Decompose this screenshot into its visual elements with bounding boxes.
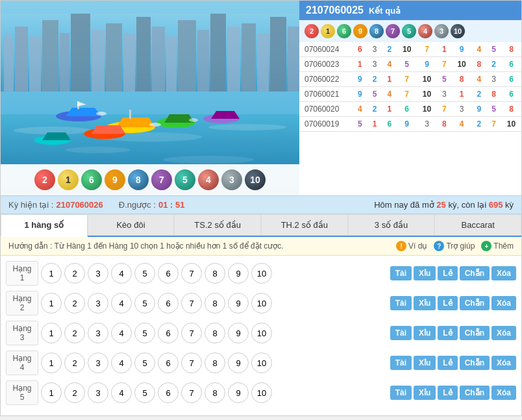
num-btn-4-3[interactable]: 3 <box>88 352 108 373</box>
num-btn-1-10[interactable]: 10 <box>251 263 272 284</box>
tab-1-hang-so[interactable]: 1 hàng số <box>1 214 88 237</box>
num-btn-3-5[interactable]: 5 <box>134 323 155 343</box>
num-btn-3-6[interactable]: 6 <box>158 323 179 343</box>
num-btn-2-10[interactable]: 10 <box>251 293 272 314</box>
tro-giup-link[interactable]: ? Trợ giúp <box>434 241 475 251</box>
num-btn-5-8[interactable]: 8 <box>205 382 225 403</box>
num-btn-1-9[interactable]: 9 <box>228 263 249 284</box>
btn-xiu-1[interactable]: Xỉu <box>414 266 436 280</box>
num-btn-2-9[interactable]: 9 <box>228 293 249 314</box>
tab-3-so-dau[interactable]: 3 số đầu <box>348 214 435 236</box>
num-btn-3-10[interactable]: 10 <box>251 323 272 343</box>
num-btn-1-3[interactable]: 3 <box>88 263 108 284</box>
svg-rect-12 <box>136 17 151 92</box>
num-btn-4-8[interactable]: 8 <box>205 352 225 373</box>
num-btn-4-5[interactable]: 5 <box>134 352 155 373</box>
num-btn-4-7[interactable]: 7 <box>181 352 202 373</box>
svg-rect-8 <box>71 14 90 92</box>
num-btn-5-10[interactable]: 10 <box>251 382 272 403</box>
num-btn-5-6[interactable]: 6 <box>158 382 179 403</box>
btn-xoa-1[interactable]: Xóa <box>491 266 516 280</box>
hom-nay-text: Hôm nay đã mở <box>374 200 434 210</box>
num-btn-2-8[interactable]: 8 <box>205 293 225 314</box>
btn-tai-3[interactable]: Tài <box>390 326 412 340</box>
btn-le-2[interactable]: Lẻ <box>438 296 457 310</box>
num-btn-4-6[interactable]: 6 <box>158 352 179 373</box>
num-btn-4-2[interactable]: 2 <box>64 352 85 373</box>
btn-le-1[interactable]: Lẻ <box>438 266 457 280</box>
them-link[interactable]: + Thêm <box>481 241 514 251</box>
result-cell-2-1: 2 <box>367 72 382 87</box>
btn-le-3[interactable]: Lẻ <box>438 326 457 340</box>
btn-xoa-2[interactable]: Xóa <box>491 296 516 310</box>
tab-keo-doi[interactable]: Kèo đôi <box>88 214 175 236</box>
strip-ball-7: 5 <box>175 169 195 190</box>
btn-xoa-5[interactable]: Xóa <box>491 386 516 400</box>
ky-value: 2107060026 <box>56 200 103 210</box>
btn-xiu-3[interactable]: Xỉu <box>414 326 436 340</box>
num-btn-5-5[interactable]: 5 <box>134 382 155 403</box>
num-btn-3-7[interactable]: 7 <box>181 323 202 343</box>
num-btn-3-8[interactable]: 8 <box>205 323 225 343</box>
bet-label-2: Hạng 2 <box>6 291 38 315</box>
btn-xiu-4[interactable]: Xỉu <box>414 356 436 370</box>
num-btn-2-1[interactable]: 1 <box>41 293 62 314</box>
num-btn-2-2[interactable]: 2 <box>64 293 85 314</box>
btn-le-4[interactable]: Lẻ <box>438 356 457 370</box>
num-btn-1-6[interactable]: 6 <box>158 263 179 284</box>
btn-chan-3[interactable]: Chẵn <box>460 326 490 340</box>
tab-baccarat[interactable]: Baccarat <box>434 214 521 236</box>
num-btn-1-5[interactable]: 5 <box>134 263 155 284</box>
btn-tai-2[interactable]: Tài <box>390 296 412 310</box>
num-btn-3-2[interactable]: 2 <box>64 323 85 343</box>
num-btn-3-3[interactable]: 3 <box>88 323 108 343</box>
btn-xiu-2[interactable]: Xỉu <box>414 296 436 310</box>
num-btn-3-4[interactable]: 4 <box>111 323 132 343</box>
num-btn-4-1[interactable]: 1 <box>41 352 62 373</box>
strip-ball-9: 3 <box>221 169 242 190</box>
btn-chan-1[interactable]: Chẵn <box>460 266 490 280</box>
btn-xoa-4[interactable]: Xóa <box>491 356 516 370</box>
result-cell-5-4: 3 <box>417 117 437 132</box>
result-cell-0-0: 6 <box>353 42 367 57</box>
num-btn-4-10[interactable]: 10 <box>251 352 272 373</box>
num-btn-3-9[interactable]: 9 <box>228 323 249 343</box>
num-btn-2-3[interactable]: 3 <box>88 293 108 314</box>
btn-xiu-5[interactable]: Xỉu <box>414 386 436 400</box>
num-btn-5-3[interactable]: 3 <box>88 382 108 403</box>
num-btn-1-1[interactable]: 1 <box>41 263 62 284</box>
num-btn-2-6[interactable]: 6 <box>158 293 179 314</box>
num-btn-1-4[interactable]: 4 <box>111 263 132 284</box>
num-btn-2-5[interactable]: 5 <box>134 293 155 314</box>
btn-tai-1[interactable]: Tài <box>390 266 412 280</box>
num-btn-1-7[interactable]: 7 <box>181 263 202 284</box>
num-btn-5-7[interactable]: 7 <box>181 382 202 403</box>
num-btn-5-1[interactable]: 1 <box>41 382 62 403</box>
num-btn-4-9[interactable]: 9 <box>228 352 249 373</box>
num-btn-3-1[interactable]: 1 <box>41 323 62 343</box>
vi-du-link[interactable]: ! Ví dụ <box>396 241 427 251</box>
num-btn-2-7[interactable]: 7 <box>181 293 202 314</box>
svg-point-28 <box>163 156 254 164</box>
num-btn-4-4[interactable]: 4 <box>111 352 132 373</box>
svg-marker-37 <box>164 114 194 123</box>
tab-ts2-so-dau[interactable]: TS.2 số đầu <box>174 214 261 236</box>
result-cell-0-2: 2 <box>382 42 397 57</box>
num-btn-1-2[interactable]: 2 <box>64 263 85 284</box>
btn-chan-2[interactable]: Chẵn <box>460 296 490 310</box>
num-btn-2-4[interactable]: 4 <box>111 293 132 314</box>
btn-chan-4[interactable]: Chẵn <box>460 356 490 370</box>
num-btn-5-2[interactable]: 2 <box>64 382 85 403</box>
btn-tai-5[interactable]: Tài <box>390 386 412 400</box>
btn-le-5[interactable]: Lẻ <box>438 386 457 400</box>
result-cell-5-5: 8 <box>437 117 452 132</box>
btn-xoa-3[interactable]: Xóa <box>491 326 516 340</box>
vi-du-label: Ví dụ <box>408 241 427 251</box>
btn-tai-4[interactable]: Tài <box>390 356 412 370</box>
top-section: 2 1 6 9 8 7 5 4 3 10 2107060025 Kết quả <box>1 1 521 195</box>
num-btn-1-8[interactable]: 8 <box>205 263 225 284</box>
tab-th2-so-dau[interactable]: TH.2 số đầu <box>261 214 348 236</box>
num-btn-5-4[interactable]: 4 <box>111 382 132 403</box>
num-btn-5-9[interactable]: 9 <box>228 382 249 403</box>
btn-chan-5[interactable]: Chẵn <box>460 386 490 400</box>
